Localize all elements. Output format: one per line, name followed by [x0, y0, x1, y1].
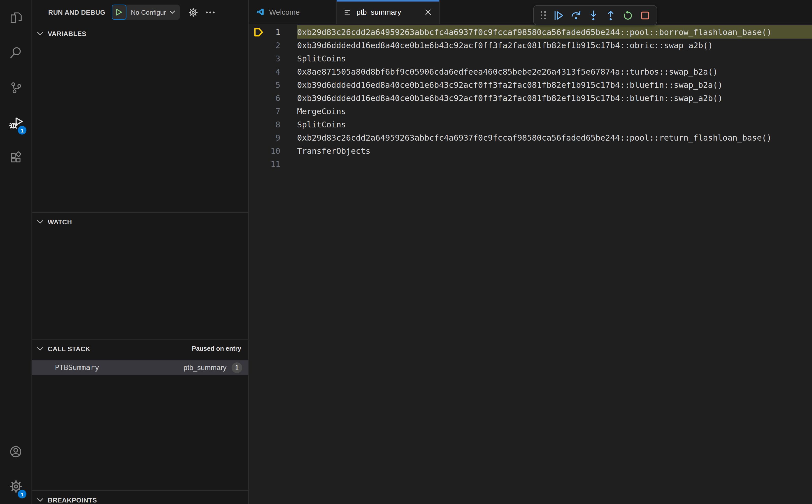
code-line: 2 0xb39d6dddedd16ed8a40ce0b1e6b43c92acf0… [249, 39, 812, 52]
start-debugging-button[interactable] [111, 5, 126, 20]
line-number[interactable]: 1 [265, 27, 280, 37]
chevron-down-icon [37, 31, 43, 36]
line-text[interactable]: MergeCoins [297, 105, 812, 118]
stack-frame-file: ptb_summary [183, 363, 226, 372]
drag-grip-handle[interactable] [537, 7, 550, 23]
vscode-logo-icon [256, 8, 264, 16]
sidebar-item-run-and-debug[interactable]: 1 [0, 105, 31, 140]
line-number[interactable]: 3 [265, 54, 280, 63]
files-icon [9, 11, 23, 24]
stop-icon [639, 9, 651, 21]
line-number[interactable]: 11 [265, 159, 280, 169]
config-dropdown-label: No Configur [131, 8, 166, 16]
stack-frame-row[interactable]: PTBSummary ptb_summary 1 [32, 360, 248, 375]
breakpoints-section: BREAKPOINTS [32, 490, 248, 504]
line-text[interactable] [297, 157, 812, 171]
sidebar-item-accounts[interactable] [0, 434, 31, 469]
line-text[interactable]: TransferObjects [297, 144, 812, 157]
call-stack-section-label: CALL STACK [48, 345, 90, 352]
line-number[interactable]: 7 [265, 106, 280, 116]
stop-button[interactable] [637, 7, 653, 23]
config-dropdown[interactable]: No Configur [126, 5, 180, 20]
sidebar-title: RUN AND DEBUG [48, 8, 105, 16]
variables-section: VARIABLES [32, 24, 248, 212]
vscode-window: 1 [0, 0, 812, 504]
chevron-down-icon [37, 498, 43, 502]
code-line: 1 0xb29d83c26cdd2a64959263abbcfc4a6937f0… [249, 25, 812, 39]
line-text[interactable]: 0xb39d6dddedd16ed8a40ce0b1e6b43c92acf0ff… [297, 78, 812, 91]
gear-icon [188, 7, 198, 17]
chevron-down-icon [37, 346, 43, 351]
code-line: 8 SplitCoins [249, 118, 812, 131]
run-and-debug-panel: RUN AND DEBUG No Configur [32, 0, 249, 504]
search-icon [9, 46, 23, 59]
line-number[interactable]: 9 [265, 133, 280, 142]
activity-bar: 1 [0, 0, 32, 504]
line-number[interactable]: 5 [265, 80, 280, 90]
step-over-button[interactable] [568, 7, 584, 23]
variables-section-label: VARIABLES [48, 30, 86, 37]
debug-badge: 1 [17, 125, 27, 135]
call-stack-section: CALL STACK Paused on entry PTBSummary pt… [32, 339, 248, 490]
open-settings-button[interactable] [186, 6, 199, 19]
debug-current-line-arrow-icon[interactable] [249, 27, 265, 37]
stack-frame-name: PTBSummary [55, 363, 99, 372]
watch-section: WATCH [32, 212, 248, 339]
settings-badge: 1 [17, 489, 27, 499]
line-text[interactable]: 0xb29d83c26cdd2a64959263abbcfc4a6937f0c9… [297, 131, 812, 144]
close-icon[interactable] [424, 8, 432, 16]
stack-frame-badge: 1 [231, 362, 242, 373]
line-text[interactable]: 0xb39d6dddedd16ed8a40ce0b1e6b43c92acf0ff… [297, 39, 812, 52]
chevron-down-icon [170, 10, 175, 14]
sidebar-item-settings[interactable]: 1 [0, 469, 31, 504]
sidebar-item-explorer[interactable] [0, 0, 31, 35]
watch-section-label: WATCH [48, 218, 72, 226]
call-stack-section-header[interactable]: CALL STACK Paused on entry [32, 340, 248, 358]
line-number[interactable]: 6 [265, 93, 280, 103]
chevron-down-icon [37, 220, 43, 224]
breakpoints-section-label: BREAKPOINTS [48, 496, 97, 504]
code-line: 10 TransferObjects [249, 144, 812, 157]
line-number[interactable]: 8 [265, 120, 280, 129]
line-text[interactable]: 0xb29d83c26cdd2a64959263abbcfc4a6937f0c9… [297, 25, 812, 39]
editor-group: Welcome ptb_summary [249, 0, 812, 504]
account-icon [9, 444, 23, 459]
line-text[interactable]: 0xb39d6dddedd16ed8a40ce0b1e6b43c92acf0ff… [297, 91, 812, 105]
watch-section-header[interactable]: WATCH [32, 213, 248, 231]
extensions-icon [9, 151, 23, 164]
continue-button[interactable] [551, 7, 567, 23]
line-text[interactable]: SplitCoins [297, 118, 812, 131]
step-over-icon [570, 9, 582, 21]
code-line: 7 MergeCoins [249, 105, 812, 118]
step-into-button[interactable] [586, 7, 601, 23]
step-out-button[interactable] [603, 7, 619, 23]
line-number[interactable]: 2 [265, 40, 280, 50]
sidebar-item-search[interactable] [0, 35, 31, 70]
line-text[interactable]: 0x8ae871505a80d8bf6bf9c05906cda6edfeea46… [297, 65, 812, 78]
code-editor[interactable]: 1 0xb29d83c26cdd2a64959263abbcfc4a6937f0… [249, 24, 812, 504]
views-more-actions-button[interactable] [204, 6, 217, 19]
source-control-icon [9, 81, 23, 94]
tab-bar: Welcome ptb_summary [249, 0, 812, 24]
debug-toolbar [533, 5, 657, 25]
step-into-icon [588, 9, 599, 21]
sidebar-item-extensions[interactable] [0, 140, 31, 175]
play-icon [115, 9, 122, 16]
tab-label: ptb_summary [356, 8, 401, 16]
line-number[interactable]: 4 [265, 67, 280, 76]
list-icon [344, 8, 352, 16]
code-line: 3 SplitCoins [249, 52, 812, 65]
tab-ptb-summary[interactable]: ptb_summary [337, 0, 440, 24]
code-line: 5 0xb39d6dddedd16ed8a40ce0b1e6b43c92acf0… [249, 78, 812, 91]
variables-section-header[interactable]: VARIABLES [32, 24, 248, 43]
code-line: 11 [249, 157, 812, 171]
tab-welcome[interactable]: Welcome [249, 0, 337, 24]
line-text[interactable]: SplitCoins [297, 52, 812, 65]
launch-control: No Configur [111, 5, 180, 20]
restart-button[interactable] [620, 7, 636, 23]
code-line: 6 0xb39d6dddedd16ed8a40ce0b1e6b43c92acf0… [249, 91, 812, 105]
code-line: 4 0x8ae871505a80d8bf6bf9c05906cda6edfeea… [249, 65, 812, 78]
sidebar-item-source-control[interactable] [0, 70, 31, 105]
line-number[interactable]: 10 [265, 146, 280, 156]
breakpoints-section-header[interactable]: BREAKPOINTS [32, 491, 248, 504]
